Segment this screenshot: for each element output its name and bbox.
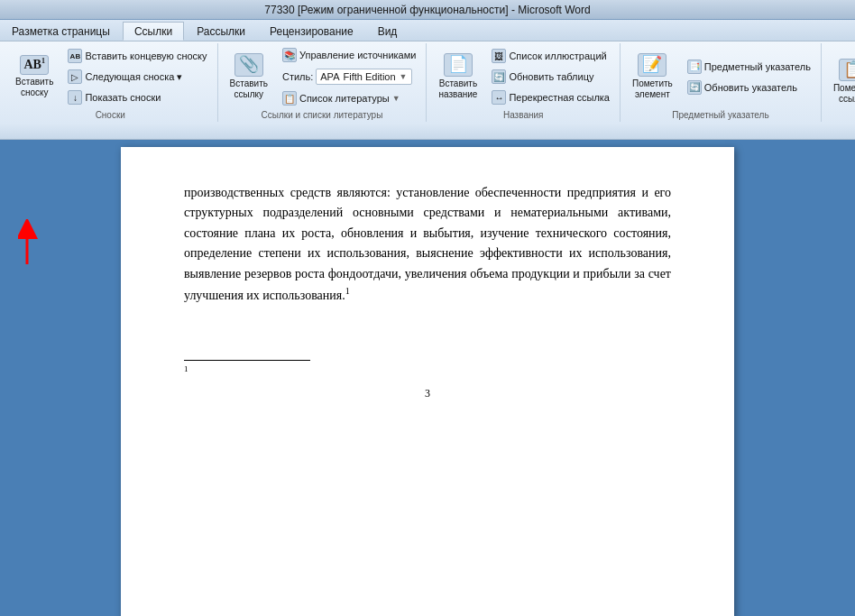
group-pometit-content: 📋 Пометитьссылку [827,45,855,118]
insert-caption-icon: 📄 [444,53,473,76]
btn-obnovit-tablitsu[interactable]: 🔄 Обновить таблицу [487,67,614,87]
group-snoски-content: AB1 Вставитьсноску AB Вставить концевую … [9,45,212,108]
dropdown-arrow-icon: ▼ [400,72,408,81]
manage-sources-icon: 📚 [282,48,297,62]
figure-list-icon: 🖼 [492,49,506,63]
btn-sleduyuschaya[interactable]: ▷ Следующая сноска ▾ [63,67,211,87]
endnote-icon: AB [68,49,82,63]
small-btns-predmetny: 📑 Предметный указатель 🔄 Обновить указат… [683,57,815,97]
fifth-edition-text: Fifth Edition [343,71,395,82]
tab-rassylki[interactable]: Рассылки [185,22,257,41]
next-footnote-icon: ▷ [68,69,82,84]
btn-upravlenie[interactable]: 📚 Управление источниками [278,45,420,65]
group-nazvaniya-content: 📄 Вставитьназвание 🖼 Список иллюстраций … [432,45,614,108]
tab-vid[interactable]: Вид [366,22,409,41]
bibliography-arrow-icon: ▼ [392,94,400,103]
small-btns-snoski: AB Вставить концевую сноску ▷ Следующая … [63,46,211,107]
group-label-predmetny: Предметный указатель [626,108,815,120]
footnote-number: 1 [184,364,188,373]
btn-vstavit-nazvanie[interactable]: 📄 Вставитьназвание [432,51,483,103]
title-text: 77330 [Режим ограниченной функциональнос… [264,4,590,16]
group-predmetny: 📝 Пометитьэлемент 📑 Предметный указатель… [621,43,822,122]
group-predmetny-content: 📝 Пометитьэлемент 📑 Предметный указатель… [626,45,815,108]
group-label-nazvaniya: Названия [432,108,614,120]
btn-vstavit-ssylku[interactable]: 📎 Вставитьссылку [224,51,274,103]
group-nazvaniya: 📄 Вставитьназвание 🖼 Список иллюстраций … [427,43,621,122]
index-icon: 📑 [687,60,702,74]
btn-perekrestnaya[interactable]: ↔ Перекрестная ссылка [487,87,614,107]
btn-pometit-ssylku[interactable]: 📋 Пометитьссылку [827,56,855,108]
footnote-ref: 1 [345,286,350,296]
btn-vstavit-kontsevuyu[interactable]: AB Вставить концевую сноску [63,46,211,66]
btn-pometit-element[interactable]: 📝 Пометитьэлемент [626,51,679,103]
group-label-pometit [827,118,855,120]
mark-citation-icon: 📋 [839,59,855,81]
page: производственных средств являются: устан… [121,147,734,616]
group-pometit-ssylku: 📋 Пометитьссылку [822,43,855,122]
title-bar: 77330 [Режим ограниченной функциональнос… [0,0,855,20]
update-index-icon: 🔄 [687,80,702,95]
insert-link-icon: 📎 [234,53,263,76]
footnote-divider [184,360,310,361]
btn-spisok-lit[interactable]: 📋 Список литературы ▼ [278,88,420,108]
btn-predmetny-ukazatel[interactable]: 📑 Предметный указатель [683,57,815,77]
group-ssylki-content: 📎 Вставитьссылку 📚 Управление источникам… [224,45,421,108]
ruler [0,124,855,140]
update-table-icon: 🔄 [492,69,506,84]
ribbon-tabs: Разметка страницы Ссылки Рассылки Реценз… [0,20,855,41]
page-paragraph: производственных средств являются: устан… [184,183,671,306]
btn-stil[interactable]: Стиль: APA Fifth Edition ▼ [278,66,420,87]
group-label-snoски: Сноски [9,108,212,120]
mark-entry-icon: 📝 [638,53,667,76]
bibliography-icon: 📋 [282,91,297,106]
document-area: производственных средств являются: устан… [0,140,855,616]
footnote-area: 1 [184,364,671,378]
red-arrow-indicator [18,219,51,276]
tab-retsenzirovanie[interactable]: Рецензирование [258,22,365,41]
tab-ssylki[interactable]: Ссылки [123,22,184,41]
small-btns-ssylki: 📚 Управление источниками Стиль: APA Fift… [278,45,420,108]
cross-ref-icon: ↔ [492,90,506,105]
ribbon-content: AB1 Вставитьсноску AB Вставить концевую … [0,41,855,124]
group-label-ssylki: Ссылки и списки литературы [224,108,421,120]
insert-footnote-icon: AB1 [20,55,49,75]
tab-razmetka[interactable]: Разметка страницы [0,22,122,41]
btn-vstavit-snosku[interactable]: AB1 Вставитьсноску [9,51,60,103]
small-btns-nazvaniya: 🖼 Список иллюстраций 🔄 Обновить таблицу … [487,46,614,107]
style-dropdown[interactable]: APA Fifth Edition ▼ [316,69,411,85]
page-number: 3 [184,387,671,400]
group-ssylki: 📎 Вставитьссылку 📚 Управление источникам… [218,43,428,122]
btn-spisok-illyustratsiy[interactable]: 🖼 Список иллюстраций [487,46,614,66]
group-snoски: AB1 Вставитьсноску AB Вставить концевую … [4,43,218,122]
btn-pokazat-snoski[interactable]: ↓ Показать сноски [63,87,211,107]
btn-obnovit-ukazatel[interactable]: 🔄 Обновить указатель [683,78,815,97]
show-footnotes-icon: ↓ [68,90,82,105]
